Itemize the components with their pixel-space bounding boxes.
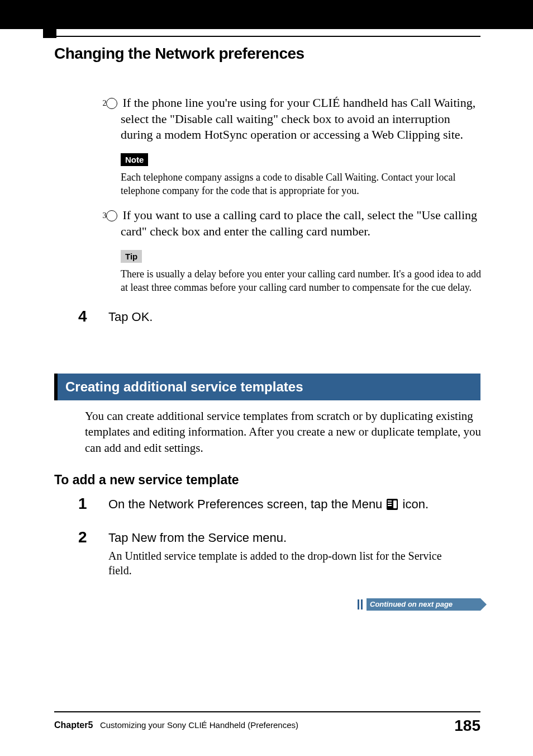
subsection-header: Creating additional service templates <box>54 374 480 400</box>
step-2: 2 Tap New from the Service menu. An Unti… <box>78 528 482 578</box>
step-2-text: Tap New from the Service menu. An Untitl… <box>108 528 449 578</box>
menu-icon <box>387 499 398 510</box>
step-1-num: 1 <box>78 495 106 513</box>
section2-subheading: To add a new service template <box>54 472 239 488</box>
tip-label: Tip <box>121 250 142 263</box>
header-bar <box>0 0 533 29</box>
item-2-body: If the phone line you're using for your … <box>120 96 475 141</box>
step-4-num: 4 <box>78 308 106 325</box>
step-2-main: Tap New from the Service menu. <box>108 531 287 545</box>
item-3-body: If you want to use a calling card to pla… <box>120 208 477 238</box>
page-number: 185 <box>454 717 480 735</box>
step-1: 1 On the Network Preferences screen, tap… <box>78 495 482 513</box>
chapter-label: Chapter5 <box>54 720 93 730</box>
circled-2: 2 <box>106 98 117 109</box>
continued-banner: Continued on next page <box>358 598 480 611</box>
circled-3: 3 <box>106 210 117 221</box>
note-text: Each telephone company assigns a code to… <box>121 171 482 198</box>
footer-left: Chapter5 Customizing your Sony CLIÉ Hand… <box>54 720 298 730</box>
step-4: 4 Tap OK. <box>78 308 482 325</box>
continued-text: Continued on next page <box>370 600 453 608</box>
header-tab <box>43 0 56 38</box>
step-2-sub: An Untitled service template is added to… <box>108 549 449 578</box>
header-rule <box>54 36 480 37</box>
step-1-text: On the Network Preferences screen, tap t… <box>108 495 449 512</box>
content-block: 2 If the phone line you're using for you… <box>106 95 482 325</box>
chapter-text: Customizing your Sony CLIÉ Handheld (Pre… <box>100 720 298 730</box>
item-2: 2 If the phone line you're using for you… <box>106 95 482 143</box>
step-4-text: Tap OK. <box>108 308 449 324</box>
section2-intro: You can create additional service templa… <box>85 408 482 456</box>
note-label: Note <box>121 153 148 166</box>
step-1-before: On the Network Preferences screen, tap t… <box>108 497 386 511</box>
continued-bars <box>358 599 359 609</box>
step-2-num: 2 <box>78 528 106 546</box>
step-1-after: icon. <box>399 497 429 511</box>
section-title: Changing the Network preferences <box>54 45 304 63</box>
page: Changing the Network preferences 2 If th… <box>0 0 533 756</box>
footer-rule <box>54 711 480 712</box>
item-3: 3 If you want to use a calling card to p… <box>106 207 482 239</box>
tip-text: There is usually a delay before you ente… <box>121 267 482 295</box>
